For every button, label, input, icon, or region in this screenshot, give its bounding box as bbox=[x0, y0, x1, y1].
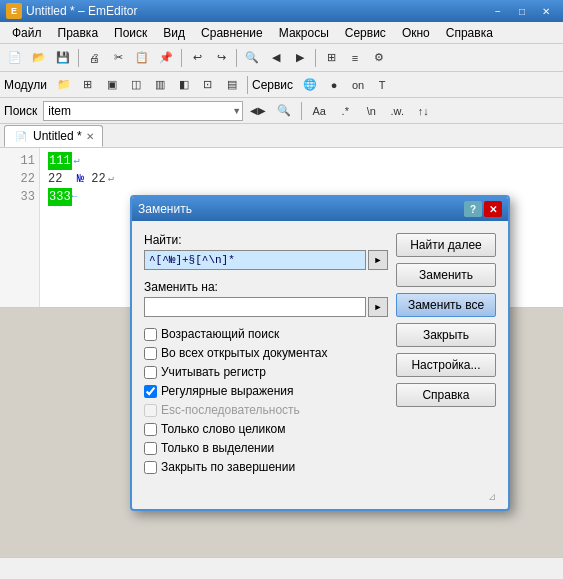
replace-extra-button[interactable]: ► bbox=[368, 297, 388, 317]
close-after-checkbox[interactable] bbox=[144, 461, 157, 474]
search-bar: Поиск ▼ ◀▶ 🔍 Aa .* \n .w. ↑↓ bbox=[0, 98, 563, 124]
menu-macros[interactable]: Макросы bbox=[271, 24, 337, 42]
find-prev-button[interactable]: ◀ bbox=[265, 47, 287, 69]
incremental-label: Возрастающий поиск bbox=[161, 327, 279, 341]
dialog-resize-area: ⊿ bbox=[132, 491, 508, 509]
tab-bar: 📄 Untitled * ✕ bbox=[0, 124, 563, 148]
arrow-2: ↵ bbox=[108, 170, 114, 188]
settings-button[interactable]: ⚙ bbox=[368, 47, 390, 69]
search-opt-4[interactable]: .w. bbox=[386, 100, 408, 122]
minimize-button[interactable]: − bbox=[487, 3, 509, 19]
search-prev-btn[interactable]: ◀▶ bbox=[247, 100, 269, 122]
code-text-2b: № bbox=[70, 170, 92, 188]
whole-word-checkbox[interactable] bbox=[144, 423, 157, 436]
menu-edit[interactable]: Правка bbox=[50, 24, 107, 42]
search-opt-1[interactable]: Aa bbox=[308, 100, 330, 122]
find-next-button[interactable]: Найти далее bbox=[396, 233, 496, 257]
tab-label: Untitled * bbox=[33, 129, 82, 143]
whole-word-label: Только слово целиком bbox=[161, 422, 286, 436]
checkbox-selection[interactable]: Только в выделении bbox=[144, 441, 388, 455]
find-next-button[interactable]: ▶ bbox=[289, 47, 311, 69]
modules-label: Модули bbox=[4, 78, 47, 92]
incremental-checkbox[interactable] bbox=[144, 328, 157, 341]
line-num-3: 33 bbox=[0, 188, 35, 206]
menu-service[interactable]: Сервис bbox=[337, 24, 394, 42]
undo-button[interactable]: ↩ bbox=[186, 47, 208, 69]
line-num-2: 22 bbox=[0, 170, 35, 188]
resize-handle[interactable]: ⊿ bbox=[488, 491, 500, 503]
menu-bar: Файл Правка Поиск Вид Сравнение Макросы … bbox=[0, 22, 563, 44]
menu-file[interactable]: Файл bbox=[4, 24, 50, 42]
checkbox-case[interactable]: Учитывать регистр bbox=[144, 365, 388, 379]
search-input[interactable] bbox=[43, 101, 243, 121]
window-title: Untitled * – EmEditor bbox=[26, 4, 137, 18]
copy-button[interactable]: 📋 bbox=[131, 47, 153, 69]
menu-search[interactable]: Поиск bbox=[106, 24, 155, 42]
module-btn-6[interactable]: ◧ bbox=[173, 74, 195, 96]
module-btn-5[interactable]: ▥ bbox=[149, 74, 171, 96]
redo-button[interactable]: ↪ bbox=[210, 47, 232, 69]
service-btn-1[interactable]: 🌐 bbox=[299, 74, 321, 96]
paste-button[interactable]: 📌 bbox=[155, 47, 177, 69]
print-button[interactable]: 🖨 bbox=[83, 47, 105, 69]
menu-help[interactable]: Справка bbox=[438, 24, 501, 42]
dialog-title-bar: Заменить ? ✕ bbox=[132, 197, 508, 221]
case-checkbox[interactable] bbox=[144, 366, 157, 379]
find-button[interactable]: 🔍 bbox=[241, 47, 263, 69]
dialog-help-button[interactable]: ? bbox=[464, 201, 482, 217]
all-docs-checkbox[interactable] bbox=[144, 347, 157, 360]
code-text-1: 111 bbox=[48, 152, 72, 170]
regex-checkbox[interactable] bbox=[144, 385, 157, 398]
open-button[interactable]: 📂 bbox=[28, 47, 50, 69]
menu-window[interactable]: Окно bbox=[394, 24, 438, 42]
cut-button[interactable]: ✂ bbox=[107, 47, 129, 69]
toolbar-sep-2 bbox=[181, 49, 182, 67]
module-btn-4[interactable]: ◫ bbox=[125, 74, 147, 96]
search-next-btn[interactable]: 🔍 bbox=[273, 100, 295, 122]
help-button[interactable]: Справка bbox=[396, 383, 496, 407]
checkbox-regex[interactable]: Регулярные выражения bbox=[144, 384, 388, 398]
replace-button[interactable]: Заменить bbox=[396, 263, 496, 287]
maximize-button[interactable]: □ bbox=[511, 3, 533, 19]
module-btn-7[interactable]: ⊡ bbox=[197, 74, 219, 96]
grid-view-button[interactable]: ⊞ bbox=[320, 47, 342, 69]
escape-checkbox[interactable] bbox=[144, 404, 157, 417]
checkbox-incremental[interactable]: Возрастающий поиск bbox=[144, 327, 388, 341]
search-opt-3[interactable]: \n bbox=[360, 100, 382, 122]
line-num-1: 11 bbox=[0, 152, 35, 170]
replace-field-row: ► bbox=[144, 297, 388, 317]
module-btn-1[interactable]: 📁 bbox=[53, 74, 75, 96]
module-btn-8[interactable]: ▤ bbox=[221, 74, 243, 96]
toolbar-sep-1 bbox=[78, 49, 79, 67]
checkbox-whole-word[interactable]: Только слово целиком bbox=[144, 422, 388, 436]
replace-all-button[interactable]: Заменить все bbox=[396, 293, 496, 317]
search-opt-2[interactable]: .* bbox=[334, 100, 356, 122]
code-line-2: 22 № 22↵ bbox=[48, 170, 555, 188]
module-btn-2[interactable]: ⊞ bbox=[77, 74, 99, 96]
checkbox-all-docs[interactable]: Во всех открытых документах bbox=[144, 346, 388, 360]
new-button[interactable]: 📄 bbox=[4, 47, 26, 69]
menu-view[interactable]: Вид bbox=[155, 24, 193, 42]
title-bar: E Untitled * – EmEditor − □ ✕ bbox=[0, 0, 563, 22]
module-btn-3[interactable]: ▣ bbox=[101, 74, 123, 96]
tab-close-btn[interactable]: ✕ bbox=[86, 131, 94, 142]
service-btn-3[interactable]: on bbox=[347, 74, 369, 96]
dialog-close-button[interactable]: ✕ bbox=[484, 201, 502, 217]
service-btn-4[interactable]: T bbox=[371, 74, 393, 96]
window-controls[interactable]: − □ ✕ bbox=[487, 3, 557, 19]
dialog-title-buttons[interactable]: ? ✕ bbox=[464, 201, 502, 217]
save-button[interactable]: 💾 bbox=[52, 47, 74, 69]
selection-checkbox[interactable] bbox=[144, 442, 157, 455]
settings-button[interactable]: Настройка... bbox=[396, 353, 496, 377]
checkbox-close-after[interactable]: Закрыть по завершении bbox=[144, 460, 388, 474]
close-button[interactable]: ✕ bbox=[535, 3, 557, 19]
list-view-button[interactable]: ≡ bbox=[344, 47, 366, 69]
tab-untitled[interactable]: 📄 Untitled * ✕ bbox=[4, 125, 103, 147]
search-opt-5[interactable]: ↑↓ bbox=[412, 100, 434, 122]
dialog-close-btn[interactable]: Закрыть bbox=[396, 323, 496, 347]
menu-compare[interactable]: Сравнение bbox=[193, 24, 271, 42]
find-input[interactable] bbox=[144, 250, 366, 270]
replace-input[interactable] bbox=[144, 297, 366, 317]
service-btn-2[interactable]: ● bbox=[323, 74, 345, 96]
find-extra-button[interactable]: ► bbox=[368, 250, 388, 270]
